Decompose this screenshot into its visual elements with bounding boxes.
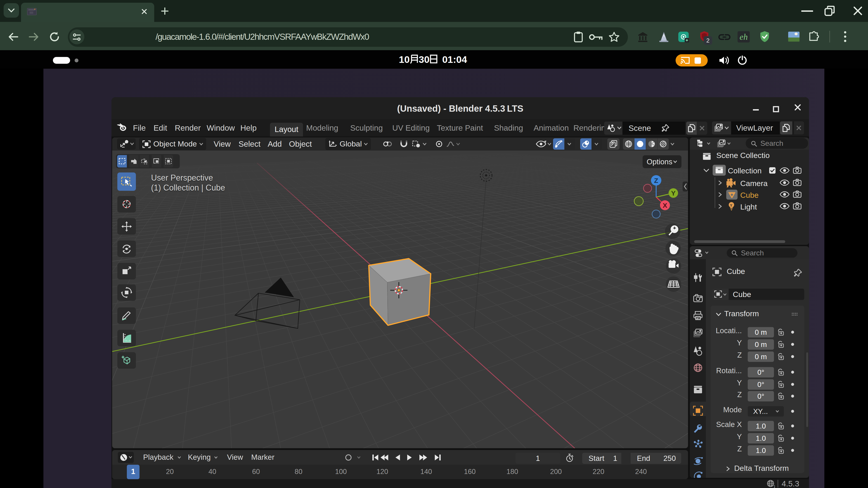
- svg-text:Y: Y: [671, 189, 676, 197]
- svg-text:X: X: [663, 202, 667, 209]
- svg-text:1: 1: [774, 485, 775, 488]
- svg-text:Z: Z: [654, 177, 658, 184]
